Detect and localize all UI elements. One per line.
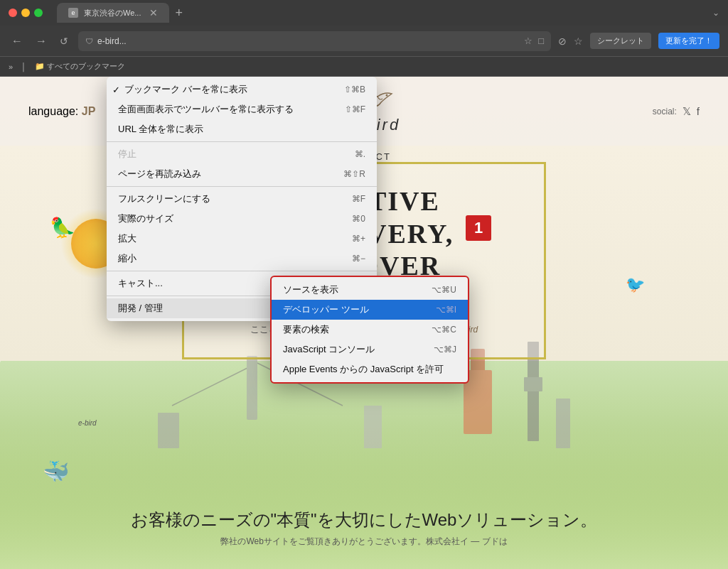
- address-bar[interactable]: 🛡 e-bird... ☆ □: [78, 31, 551, 51]
- download-icon[interactable]: ⊘: [558, 36, 567, 47]
- submenu-view-source[interactable]: ソースを表示 ⌥⌘U: [272, 280, 468, 300]
- twitter-icon[interactable]: 𝕏: [682, 105, 691, 118]
- shield-icon: 🛡: [85, 37, 93, 45]
- cm-actual-size[interactable]: 実際のサイズ ⌘0: [107, 209, 377, 229]
- cm-zoom-in[interactable]: 拡大 ⌘+: [107, 229, 377, 249]
- cm-stop[interactable]: 停止 ⌘.: [107, 144, 377, 164]
- cm-reload[interactable]: ページを再読み込み ⌘⇧R: [107, 164, 377, 184]
- whale-illustration: 🐳: [43, 459, 69, 484]
- facebook-icon[interactable]: f: [697, 105, 700, 117]
- toolbar-right: ⊘ ☆ シークレット 更新を完了！: [558, 33, 719, 49]
- close-button[interactable]: [9, 9, 17, 17]
- website-content: 🦜 🐦 🐳 e-bird language: JP: [0, 77, 728, 569]
- cm-sep2: [107, 186, 377, 187]
- bookmark-star-icon[interactable]: ☆: [524, 36, 532, 46]
- svg-point-10: [386, 94, 388, 97]
- social-label: social:: [653, 107, 677, 116]
- tab-list-button[interactable]: ⌄: [712, 8, 719, 18]
- bookmarks-bar: » │ 📁 すべてのブックマーク: [0, 57, 728, 77]
- maximize-button[interactable]: [34, 9, 43, 17]
- bookmarks-separator: │: [21, 63, 26, 71]
- cm-show-url[interactable]: URL 全体を常に表示: [107, 119, 377, 139]
- cm-fullscreen[interactable]: フルスクリーンにする ⌘F: [107, 189, 377, 209]
- submenu-devtools[interactable]: デベロッパー ツール ⌥⌘I: [272, 300, 468, 320]
- svg-rect-9: [556, 399, 570, 448]
- tab-bar: e 東京渋谷のWe... ✕ + ⌄: [57, 3, 719, 23]
- red-bird-illustration: 🦜: [48, 213, 76, 241]
- address-text: e-bird...: [97, 36, 520, 46]
- reload-button[interactable]: ↺: [57, 33, 71, 50]
- update-button[interactable]: 更新を完了！: [658, 33, 719, 49]
- traffic-lights: [9, 9, 43, 17]
- language-selector[interactable]: language: JP: [28, 105, 95, 118]
- svg-rect-6: [524, 377, 542, 391]
- tab-title: 東京渋谷のWe...: [84, 8, 141, 18]
- bookmarks-expand-icon[interactable]: »: [9, 63, 13, 71]
- tab-close-icon[interactable]: ✕: [149, 7, 158, 18]
- new-tab-button[interactable]: +: [175, 6, 183, 21]
- toolbar: ← → ↺ 🛡 e-bird... ☆ □ ⊘ ☆ シークレット 更新を完了！: [0, 26, 728, 57]
- language-label: language:: [28, 105, 78, 117]
- devtools-submenu: ソースを表示 ⌥⌘U デベロッパー ツール ⌥⌘I 要素の検索 ⌥⌘C Java…: [270, 276, 469, 384]
- bookmarks-label[interactable]: 📁 すべてのブックマーク: [35, 61, 125, 72]
- cm-fullscreen-toolbar[interactable]: 全面画面表示でツールバーを常に表示する ⇧⌘F: [107, 99, 377, 119]
- star-icon[interactable]: ☆: [574, 36, 583, 47]
- cm-bookmarks-bar[interactable]: ブックマーク バーを常に表示 ⇧⌘B: [107, 80, 377, 99]
- back-button[interactable]: ←: [9, 32, 26, 50]
- bottom-headline: お客様のニーズの"本質"を大切にしたWebソリューション。: [80, 509, 648, 531]
- minimize-button[interactable]: [21, 9, 30, 17]
- active-tab[interactable]: e 東京渋谷のWe... ✕: [57, 3, 169, 23]
- svg-rect-7: [158, 413, 179, 448]
- bottom-section: お客様のニーズの"本質"を大切にしたWebソリューション。 弊社のWebサイトを…: [80, 509, 648, 548]
- browser-chrome: e 東京渋谷のWe... ✕ + ⌄ ← → ↺ 🛡 e-bird... ☆ □…: [0, 0, 728, 77]
- cm-sep1: [107, 141, 377, 142]
- ebird-tag-illustration: e-bird: [78, 419, 97, 427]
- phone-icon[interactable]: □: [538, 36, 544, 46]
- step-label-1: 1: [466, 215, 491, 241]
- svg-line-0: [172, 363, 257, 406]
- cm-zoom-out[interactable]: 縮小 ⌘−: [107, 249, 377, 269]
- submenu-inspect[interactable]: 要素の検索 ⌥⌘C: [272, 320, 468, 340]
- svg-rect-8: [364, 406, 382, 448]
- cm-sep3: [107, 271, 377, 271]
- bottom-sub: 弊社のWebサイトをご覧頂きありがとうございます。株式会社イ — ブドは: [80, 536, 648, 548]
- tab-favicon: e: [68, 8, 78, 18]
- submenu-apple-events[interactable]: Apple Events からの JavaScript を許可: [272, 359, 468, 379]
- forward-button[interactable]: →: [33, 32, 50, 50]
- svg-rect-2: [247, 356, 257, 420]
- incognito-button[interactable]: シークレット: [590, 33, 651, 49]
- title-bar: e 東京渋谷のWe... ✕ + ⌄: [0, 0, 728, 26]
- blue-bird-illustration: 🐦: [626, 276, 645, 294]
- submenu-console[interactable]: JavaScript コンソール ⌥⌘J: [272, 340, 468, 359]
- social-links: social: 𝕏 f: [653, 105, 700, 118]
- language-code: JP: [82, 105, 96, 117]
- address-icons: ☆ □: [524, 36, 544, 46]
